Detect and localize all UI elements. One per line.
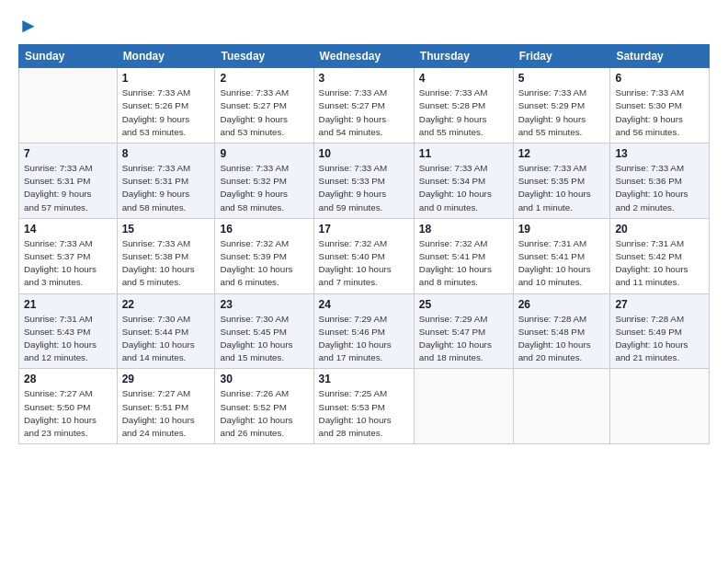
day-info: Sunrise: 7:27 AMSunset: 5:50 PMDaylight:… [24,387,112,440]
day-info: Sunrise: 7:33 AMSunset: 5:35 PMDaylight:… [518,162,606,214]
calendar-cell: 25Sunrise: 7:29 AMSunset: 5:47 PMDayligh… [414,293,513,369]
day-number: 31 [319,373,409,385]
calendar-cell: 5Sunrise: 7:33 AMSunset: 5:29 PMDaylight… [513,68,610,144]
day-info: Sunrise: 7:31 AMSunset: 5:42 PMDaylight:… [615,237,704,290]
calendar-cell: 11Sunrise: 7:33 AMSunset: 5:34 PMDayligh… [414,144,513,219]
calendar-cell: 31Sunrise: 7:25 AMSunset: 5:53 PMDayligh… [313,369,414,444]
day-number: 12 [518,147,606,160]
day-number: 21 [24,298,112,311]
day-number: 15 [122,223,210,236]
day-info: Sunrise: 7:33 AMSunset: 5:31 PMDaylight:… [122,162,210,214]
day-info: Sunrise: 7:32 AMSunset: 5:39 PMDaylight:… [220,237,308,290]
day-number: 6 [615,72,704,85]
day-info: Sunrise: 7:27 AMSunset: 5:51 PMDaylight:… [122,387,210,440]
page: ► SundayMondayTuesdayWednesdayThursdayFr… [0,0,728,563]
day-number: 26 [518,298,606,311]
calendar-cell: 1Sunrise: 7:33 AMSunset: 5:26 PMDaylight… [117,68,215,144]
day-number: 23 [220,298,308,311]
day-number: 22 [122,298,210,311]
calendar-week-row: 1Sunrise: 7:33 AMSunset: 5:26 PMDaylight… [19,68,710,144]
day-info: Sunrise: 7:33 AMSunset: 5:29 PMDaylight:… [518,86,606,139]
day-info: Sunrise: 7:33 AMSunset: 5:27 PMDaylight:… [319,86,409,139]
day-info: Sunrise: 7:30 AMSunset: 5:44 PMDaylight:… [122,313,210,365]
day-number: 3 [319,72,409,85]
weekday-header-friday: Friday [513,45,610,68]
calendar-cell: 12Sunrise: 7:33 AMSunset: 5:35 PMDayligh… [513,144,610,219]
day-info: Sunrise: 7:31 AMSunset: 5:43 PMDaylight:… [24,313,112,365]
calendar-cell: 19Sunrise: 7:31 AMSunset: 5:41 PMDayligh… [513,218,610,293]
calendar-cell: 27Sunrise: 7:28 AMSunset: 5:49 PMDayligh… [610,293,710,369]
day-number: 2 [220,72,308,85]
weekday-header-monday: Monday [117,45,215,68]
calendar-week-row: 21Sunrise: 7:31 AMSunset: 5:43 PMDayligh… [19,293,710,369]
day-info: Sunrise: 7:33 AMSunset: 5:27 PMDaylight:… [220,86,308,139]
header: ► [18,15,710,37]
day-number: 27 [615,298,704,311]
day-info: Sunrise: 7:30 AMSunset: 5:45 PMDaylight:… [220,313,308,365]
logo-line1: ► [18,15,39,37]
calendar-cell: 21Sunrise: 7:31 AMSunset: 5:43 PMDayligh… [19,293,118,369]
calendar-cell: 4Sunrise: 7:33 AMSunset: 5:28 PMDaylight… [414,68,513,144]
day-number: 30 [220,373,308,385]
day-info: Sunrise: 7:33 AMSunset: 5:37 PMDaylight:… [24,237,112,290]
day-number: 14 [24,223,112,236]
calendar-cell: 3Sunrise: 7:33 AMSunset: 5:27 PMDaylight… [313,68,414,144]
calendar-table: SundayMondayTuesdayWednesdayThursdayFrid… [18,44,710,444]
day-number: 28 [24,373,112,385]
calendar-cell [610,369,710,444]
day-info: Sunrise: 7:33 AMSunset: 5:26 PMDaylight:… [122,86,210,139]
calendar-cell: 2Sunrise: 7:33 AMSunset: 5:27 PMDaylight… [215,68,313,144]
calendar-cell: 7Sunrise: 7:33 AMSunset: 5:31 PMDaylight… [19,144,118,219]
day-number: 7 [24,147,112,160]
weekday-header-row: SundayMondayTuesdayWednesdayThursdayFrid… [19,45,710,68]
calendar-cell: 13Sunrise: 7:33 AMSunset: 5:36 PMDayligh… [610,144,710,219]
calendar-cell: 24Sunrise: 7:29 AMSunset: 5:46 PMDayligh… [313,293,414,369]
day-info: Sunrise: 7:26 AMSunset: 5:52 PMDaylight:… [220,387,308,440]
day-number: 17 [319,223,409,236]
day-number: 1 [122,72,210,85]
calendar-cell: 30Sunrise: 7:26 AMSunset: 5:52 PMDayligh… [215,369,313,444]
logo-area: ► [18,15,39,37]
day-info: Sunrise: 7:31 AMSunset: 5:41 PMDaylight:… [518,237,606,290]
day-number: 16 [220,223,308,236]
calendar-cell: 15Sunrise: 7:33 AMSunset: 5:38 PMDayligh… [117,218,215,293]
calendar-cell: 10Sunrise: 7:33 AMSunset: 5:33 PMDayligh… [313,144,414,219]
calendar-cell: 9Sunrise: 7:33 AMSunset: 5:32 PMDaylight… [215,144,313,219]
day-number: 20 [615,223,704,236]
day-number: 4 [419,72,508,85]
weekday-header-thursday: Thursday [414,45,513,68]
day-number: 9 [220,147,308,160]
calendar-cell [513,369,610,444]
calendar-cell [414,369,513,444]
calendar-cell: 17Sunrise: 7:32 AMSunset: 5:40 PMDayligh… [313,218,414,293]
calendar-cell: 8Sunrise: 7:33 AMSunset: 5:31 PMDaylight… [117,144,215,219]
day-info: Sunrise: 7:32 AMSunset: 5:41 PMDaylight:… [419,237,508,290]
day-number: 5 [518,72,606,85]
day-info: Sunrise: 7:33 AMSunset: 5:30 PMDaylight:… [615,86,704,139]
day-number: 8 [122,147,210,160]
weekday-header-tuesday: Tuesday [215,45,313,68]
day-info: Sunrise: 7:32 AMSunset: 5:40 PMDaylight:… [319,237,409,290]
calendar-week-row: 14Sunrise: 7:33 AMSunset: 5:37 PMDayligh… [19,218,710,293]
day-info: Sunrise: 7:33 AMSunset: 5:33 PMDaylight:… [319,162,409,214]
calendar-cell: 14Sunrise: 7:33 AMSunset: 5:37 PMDayligh… [19,218,118,293]
day-info: Sunrise: 7:33 AMSunset: 5:31 PMDaylight:… [24,162,112,214]
day-number: 24 [319,298,409,311]
calendar-cell: 20Sunrise: 7:31 AMSunset: 5:42 PMDayligh… [610,218,710,293]
weekday-header-wednesday: Wednesday [313,45,414,68]
calendar-cell [19,68,118,144]
day-info: Sunrise: 7:28 AMSunset: 5:48 PMDaylight:… [518,313,606,365]
day-number: 11 [419,147,508,160]
day-info: Sunrise: 7:33 AMSunset: 5:28 PMDaylight:… [419,86,508,139]
calendar-cell: 29Sunrise: 7:27 AMSunset: 5:51 PMDayligh… [117,369,215,444]
calendar-cell: 22Sunrise: 7:30 AMSunset: 5:44 PMDayligh… [117,293,215,369]
calendar-cell: 23Sunrise: 7:30 AMSunset: 5:45 PMDayligh… [215,293,313,369]
day-number: 18 [419,223,508,236]
day-info: Sunrise: 7:29 AMSunset: 5:46 PMDaylight:… [319,313,409,365]
calendar-cell: 28Sunrise: 7:27 AMSunset: 5:50 PMDayligh… [19,369,118,444]
calendar-cell: 26Sunrise: 7:28 AMSunset: 5:48 PMDayligh… [513,293,610,369]
day-number: 19 [518,223,606,236]
day-info: Sunrise: 7:33 AMSunset: 5:34 PMDaylight:… [419,162,508,214]
calendar-cell: 6Sunrise: 7:33 AMSunset: 5:30 PMDaylight… [610,68,710,144]
calendar-cell: 18Sunrise: 7:32 AMSunset: 5:41 PMDayligh… [414,218,513,293]
